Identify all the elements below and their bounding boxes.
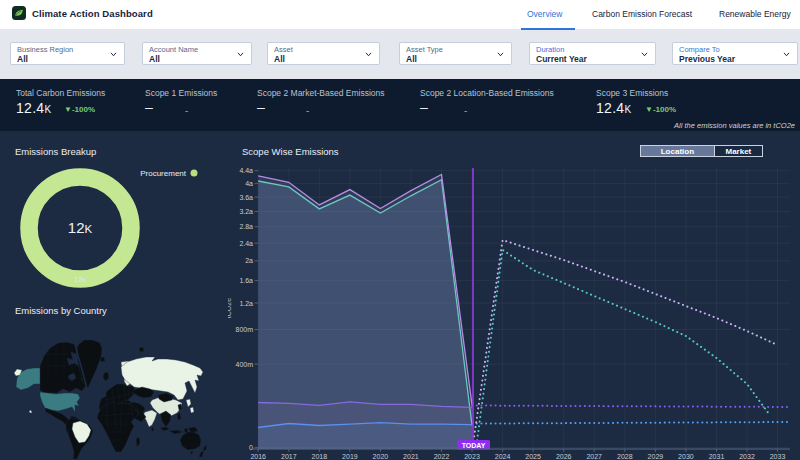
svg-text:2032: 2032 [739,453,755,460]
svg-text:2024: 2024 [495,453,511,460]
svg-text:0: 0 [249,444,253,451]
svg-text:tCO2e: tCO2e [228,298,232,318]
svg-text:400m: 400m [235,361,253,368]
svg-text:2018: 2018 [312,453,328,460]
svg-text:TODAY: TODAY [462,442,486,449]
svg-text:2028: 2028 [617,453,633,460]
svg-text:2.4a: 2.4a [239,240,253,247]
svg-text:3.6a: 3.6a [239,194,253,201]
svg-text:2033: 2033 [770,453,786,460]
svg-text:2016: 2016 [250,453,266,460]
svg-text:12K: 12K [74,276,86,283]
svg-text:1.6a: 1.6a [239,277,253,284]
svg-text:1.2a: 1.2a [239,300,253,307]
svg-text:4.4a: 4.4a [239,167,253,174]
svg-text:3.2a: 3.2a [239,208,253,215]
svg-text:2023: 2023 [464,453,480,460]
svg-text:2.8a: 2.8a [239,223,253,230]
svg-text:2029: 2029 [648,453,664,460]
svg-text:2030: 2030 [678,453,694,460]
svg-text:2020: 2020 [373,453,389,460]
svg-text:2031: 2031 [709,453,725,460]
svg-text:4a: 4a [245,180,253,187]
svg-text:12K: 12K [68,219,93,236]
svg-text:2022: 2022 [434,453,450,460]
svg-text:2027: 2027 [586,453,602,460]
svg-text:2019: 2019 [342,453,358,460]
svg-text:2025: 2025 [525,453,541,460]
svg-text:2021: 2021 [403,453,419,460]
svg-text:Procurement: Procurement [140,169,187,178]
svg-text:2017: 2017 [281,453,297,460]
svg-text:2026: 2026 [556,453,572,460]
svg-text:800m: 800m [235,326,253,333]
svg-text:2a: 2a [245,257,253,264]
